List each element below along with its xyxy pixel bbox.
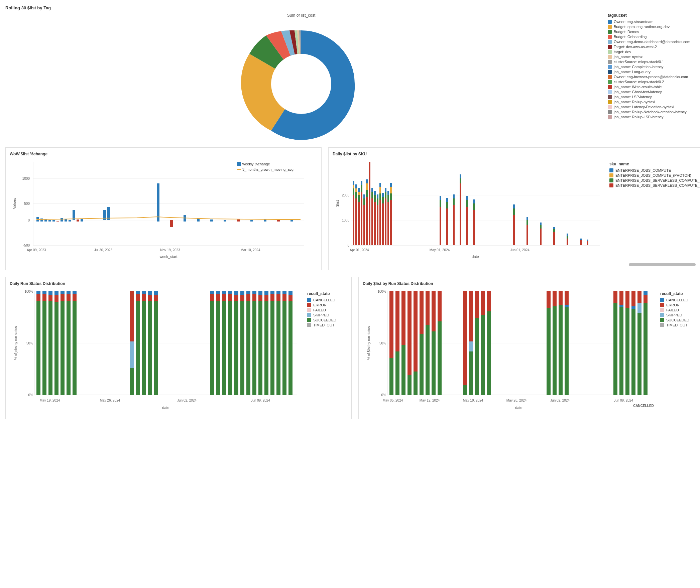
drs-legend-item: SUCCEEDED [307,318,347,322]
svg-rect-6 [61,218,63,222]
svg-rect-201 [420,291,424,301]
legend-label: job_name: Write-results-table [614,85,662,89]
drs-y-2: 100% [24,290,33,293]
donut-legend-item: job_name: Rollup-LSP-latency [608,115,695,119]
donut-chart-area: Sum of list_cost [5,13,597,147]
legend-color-swatch [608,115,612,119]
svg-rect-93 [513,208,515,215]
svg-rect-222 [553,306,557,395]
svg-rect-96 [527,220,528,225]
sku-legend-title: sku_name [609,162,700,166]
svg-rect-197 [414,291,418,372]
legend-color-swatch [307,308,311,312]
svg-rect-110 [587,240,588,241]
svg-rect-12 [103,210,106,220]
donut-legend-item: Owner: eng-streamteam [608,20,695,24]
legend-color-swatch [608,60,612,64]
svg-rect-145 [154,295,158,301]
svg-rect-30 [355,192,357,198]
bottom-section: Daily Run Status Distribution 0% 50% 100… [5,277,695,419]
svg-rect-87 [466,200,468,207]
sku-scrollbar-area[interactable] [333,262,700,266]
svg-rect-211 [469,341,473,351]
drs-legend-items: CANCELLEDERRORFAILEDSKIPPEDSUCCEEDEDTIME… [307,298,347,327]
legend-label: ENTERPRISE_JOBS_SERVERLESS_COMPUTE_U [615,183,700,187]
wow-x-tick-0: Apr 09, 2023 [27,248,46,252]
legend-color-swatch [660,308,664,312]
svg-rect-202 [426,291,430,325]
legend-label: SKIPPED [666,313,682,317]
svg-rect-40 [363,205,365,245]
dlr-legend: result_state CANCELLEDERRORFAILEDSKIPPED… [660,288,700,415]
svg-rect-104 [567,239,568,245]
sku-y-0: 0 [347,244,349,247]
legend-color-swatch [307,298,311,302]
svg-rect-94 [513,204,515,208]
legend-color-swatch [660,298,664,302]
legend-label: ENTERPRISE_JOBS_COMPUTE [615,168,671,172]
donut-legend-item: Budget: opex.eng.runtime-org-dev [608,25,695,29]
donut-subtitle: Sum of list_cost [287,13,316,18]
svg-rect-157 [228,294,232,301]
wow-x-tick-2: Nov 19, 2023 [160,248,180,252]
sku-scrollbar[interactable] [629,263,696,266]
svg-rect-225 [565,291,569,305]
svg-rect-215 [481,291,485,315]
svg-rect-11 [81,219,83,222]
svg-rect-15 [170,220,173,227]
svg-rect-119 [48,291,52,295]
drs-y-label: % of jobs by run status [14,326,18,360]
legend-label: Owner: eng-browser-probes@databricks.com [614,75,688,79]
dlr-y-2: 100% [377,290,386,293]
svg-rect-142 [148,295,152,301]
drs-x-1: May 26, 2024 [100,399,120,402]
svg-rect-86 [466,207,468,245]
sku-x-2: Jun 01, 2024 [510,248,530,252]
donut-legend-item: Target: dev-aws-us-west-2 [608,45,695,49]
mid-section: WoW $list %change weekly %change 3_month… [5,147,695,270]
svg-rect-242 [644,295,648,303]
svg-rect-139 [142,294,146,301]
svg-rect-42 [363,194,365,198]
svg-rect-243 [644,303,648,395]
svg-rect-223 [559,291,563,305]
legend-label: job_name: Long-query [614,70,651,74]
legend-label: ERROR [313,303,327,307]
daily-run-status-title: Daily Run Status Distribution [10,281,347,286]
wow-y-tick-1: 0 [28,218,30,222]
legend-label: job_name: Rollup-LSP-latency [614,115,664,119]
daily-sku-title: Daily $list by SKU [333,152,700,156]
sku-y-label: $list [335,200,339,207]
legend-label: Target: dev-aws-us-west-2 [614,45,657,49]
svg-rect-52 [374,195,376,202]
dlr-legend-items: CANCELLEDERRORFAILEDSKIPPEDSUCCEEDEDTIME… [660,298,700,327]
sku-legend-item: ENTERPRISE_JOBS_COMPUTE [609,168,700,172]
dlr-x-5: Jun 09, 2024 [614,399,633,402]
svg-rect-72 [390,187,392,193]
dlr-x-2: May 19, 2024 [463,399,483,402]
legend-color-swatch [608,35,612,39]
svg-rect-149 [210,291,214,294]
svg-rect-51 [374,202,376,245]
donut-legend-item: Budget: Demos [608,30,695,34]
svg-rect-5 [56,221,59,222]
svg-rect-238 [637,291,641,303]
svg-rect-126 [67,301,71,395]
svg-rect-115 [42,294,46,301]
svg-rect-103 [553,227,555,229]
svg-rect-124 [61,294,65,301]
legend-color-swatch [608,75,612,79]
svg-rect-134 [130,368,134,395]
svg-rect-53 [374,191,376,195]
svg-rect-174 [264,301,268,395]
svg-rect-151 [216,294,220,301]
svg-rect-62 [382,197,384,203]
svg-rect-188 [288,291,293,295]
legend-color-swatch [609,173,613,177]
svg-rect-216 [481,315,485,395]
svg-rect-97 [527,217,528,220]
svg-rect-159 [234,301,238,395]
wow-legend-label-0: weekly %change [242,162,270,166]
svg-rect-137 [136,291,140,294]
legend-label: job_name: Rollup-Notebook-creation-laten… [614,110,687,114]
